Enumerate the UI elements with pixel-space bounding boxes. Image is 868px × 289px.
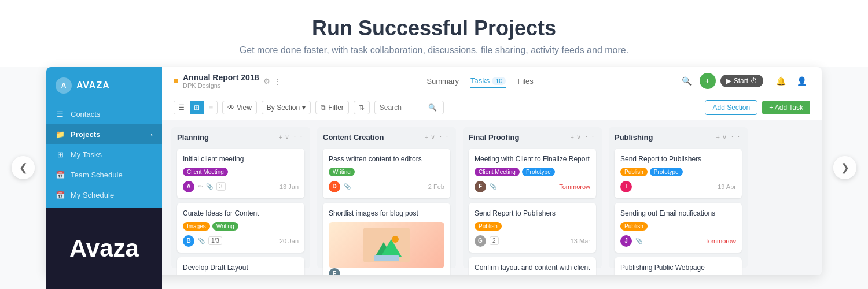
chevron-icon[interactable]: ∨ <box>576 134 581 141</box>
task-title: Confirm layout and content with client <box>475 263 590 273</box>
more-col-icon[interactable]: ⋮⋮ <box>583 134 596 141</box>
task-meta: 2 <box>490 236 499 245</box>
task-footer: A ✏📎3 13 Jan <box>183 181 299 192</box>
task-count: 3 <box>216 182 226 191</box>
task-title: Curate Ideas for Content <box>183 209 299 218</box>
more-icon[interactable]: ⋮ <box>274 77 281 86</box>
prev-arrow[interactable]: ❮ <box>12 156 35 179</box>
task-card[interactable]: Send Report to Publishers Publish G 2 13… <box>469 203 596 253</box>
view-button[interactable]: 👁 View <box>222 101 257 114</box>
tab-summary[interactable]: Summary <box>426 75 459 88</box>
task-icon: 📎 <box>490 183 496 190</box>
task-image <box>329 222 444 268</box>
tab-files[interactable]: Files <box>517 75 533 88</box>
project-status-dot <box>174 79 178 83</box>
eye-icon: 👁 <box>227 103 234 112</box>
task-tags: Client Meeting <box>183 168 299 176</box>
tag: Publish <box>475 222 502 231</box>
task-icon: 📎 <box>635 238 642 244</box>
next-arrow[interactable]: ❯ <box>833 156 856 179</box>
task-avatar: J <box>620 235 632 247</box>
project-info: Annual Report 2018 DPK Designs <box>183 73 259 89</box>
task-date: 2 Feb <box>428 183 444 190</box>
sidebar-item-projects[interactable]: 📁 Projects › <box>46 124 162 144</box>
chevron-icon[interactable]: ∨ <box>285 134 289 141</box>
task-title: Initial client meeting <box>183 154 299 164</box>
tasks-badge: 10 <box>492 77 506 85</box>
col-title-content-creation: Content Creation <box>323 133 384 142</box>
task-avatar: D <box>329 181 340 192</box>
search-input[interactable] <box>380 103 426 112</box>
task-card[interactable]: Sending out Email notifications Publish … <box>615 203 742 253</box>
task-avatar: B <box>183 235 194 247</box>
sort-button[interactable]: ⇅ <box>354 101 370 114</box>
task-title: Develop Draft Layout <box>183 263 299 273</box>
task-card[interactable]: Confirm layout and content with client H <box>469 257 596 275</box>
sidebar-item-label: Projects <box>71 130 100 139</box>
task-tags: Publish <box>475 222 590 231</box>
kanban-view-toggle[interactable]: ⊞ <box>190 101 204 114</box>
add-task-button[interactable]: + Add Task <box>762 101 810 114</box>
chevron-icon[interactable]: ∨ <box>722 134 727 141</box>
add-button[interactable]: + <box>700 73 716 89</box>
task-card[interactable]: Publishing Public Webpage K <box>615 257 742 275</box>
task-title: Publishing Public Webpage <box>620 263 736 273</box>
header-divider <box>768 75 768 87</box>
main-content: Annual Report 2018 DPK Designs ⚙ ⋮ Summa… <box>162 67 822 275</box>
filter-button[interactable]: ⧉ Filter <box>315 101 349 114</box>
task-avatar: E <box>329 268 340 275</box>
col-title-planning: Planning <box>177 133 209 142</box>
task-meta: 📎 <box>344 183 351 190</box>
task-card[interactable]: Send Report to Publishers PublishPrototy… <box>615 149 742 198</box>
task-card[interactable]: Pass written content to editors Writing … <box>323 149 450 198</box>
chevron-icon[interactable]: ∨ <box>431 134 435 141</box>
task-footer: B 📎1/3 20 Jan <box>183 235 299 247</box>
sidebar-item-team-schedule[interactable]: 📅 Team Schedule <box>46 165 162 185</box>
add-col-icon[interactable]: + <box>571 134 574 141</box>
task-footer: F 📎 Tommorow <box>475 181 590 192</box>
tag: Images <box>183 222 210 231</box>
gantt-view-toggle[interactable]: ≡ <box>205 101 217 114</box>
tab-tasks[interactable]: Tasks10 <box>470 74 506 88</box>
task-card[interactable]: Meeting with Client to Finalize Report C… <box>469 149 596 198</box>
task-card[interactable]: Curate Ideas for Content ImagesWriting B… <box>177 203 304 253</box>
sort-icon: ⇅ <box>359 103 365 112</box>
add-col-icon[interactable]: + <box>279 134 282 141</box>
add-col-icon[interactable]: + <box>425 134 428 141</box>
project-subtitle: DPK Designs <box>183 82 259 89</box>
notification-icon[interactable]: 🔔 <box>773 73 789 89</box>
start-button[interactable]: ▶ Start ⏱ <box>720 75 763 87</box>
task-icon: 📎 <box>344 183 351 190</box>
sidebar-item-my-schedule[interactable]: 📅 My Schedule <box>46 185 162 205</box>
more-col-icon[interactable]: ⋮⋮ <box>729 134 742 141</box>
play-icon: ▶ <box>726 77 731 85</box>
tag: Client Meeting <box>183 168 228 176</box>
more-col-icon[interactable]: ⋮⋮ <box>437 134 450 141</box>
task-tags: ImagesWriting <box>183 222 299 231</box>
sidebar-item-my-tasks[interactable]: ⊞ My Tasks <box>46 144 162 165</box>
add-col-icon[interactable]: + <box>716 134 720 141</box>
sidebar-item-contacts[interactable]: ☰ Contacts <box>46 104 162 124</box>
project-header: Annual Report 2018 DPK Designs ⚙ ⋮ Summa… <box>162 67 822 95</box>
task-card[interactable]: Shortlist images for blog post E <box>323 203 450 275</box>
tasks-icon: ⊞ <box>56 150 65 159</box>
task-avatar: G <box>475 235 486 247</box>
add-section-button[interactable]: Add Section <box>705 100 757 115</box>
search-button[interactable]: 🔍 <box>679 73 695 89</box>
task-date: 13 Jan <box>279 183 299 190</box>
task-card[interactable]: Initial client meeting Client Meeting A … <box>177 149 304 198</box>
more-col-icon[interactable]: ⋮⋮ <box>292 134 304 141</box>
settings-icon[interactable]: ⚙ <box>263 77 270 86</box>
task-count: 1/3 <box>208 236 222 245</box>
list-view-toggle[interactable]: ☰ <box>174 101 189 114</box>
task-meta: 📎1/3 <box>198 236 222 245</box>
task-date: 19 Apr <box>718 183 736 190</box>
user-avatar-icon[interactable]: 👤 <box>794 73 810 89</box>
task-card[interactable]: Develop Draft Layout C <box>177 257 304 275</box>
by-section-button[interactable]: By Section ▾ <box>262 101 311 114</box>
task-icon: ✏ <box>198 183 203 190</box>
task-avatar: F <box>475 181 486 192</box>
sidebar-item-label: My Schedule <box>71 191 114 199</box>
team-schedule-icon: 📅 <box>56 171 65 179</box>
logo-icon: A <box>56 77 72 94</box>
